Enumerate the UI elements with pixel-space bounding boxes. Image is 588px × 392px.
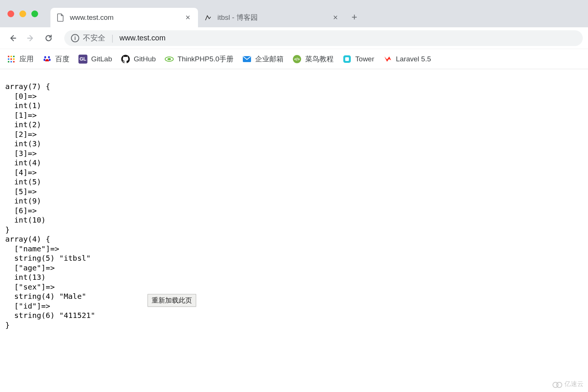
- thinkphp-icon: [165, 55, 174, 64]
- watermark-icon: [553, 380, 562, 388]
- bookmark-mail[interactable]: 企业邮箱: [242, 54, 284, 64]
- file-icon: [56, 13, 65, 22]
- baidu-icon: [43, 55, 52, 64]
- bookmark-gitlab[interactable]: GL GitLab: [78, 55, 112, 64]
- bookmark-label: GitLab: [91, 55, 112, 63]
- svg-rect-7: [13, 58, 15, 60]
- bookmarks-bar: 应用 百度 GL GitLab GitHub ThinkPHP5.0手册 企业邮…: [0, 49, 588, 69]
- bookmark-label: 百度: [55, 54, 69, 64]
- forward-button[interactable]: [23, 31, 38, 46]
- svg-rect-6: [10, 58, 12, 60]
- window-maximize-button[interactable]: [31, 10, 38, 17]
- security-status: 不安全: [83, 33, 105, 43]
- bookmark-label: 菜鸟教程: [305, 54, 334, 64]
- reload-tooltip: 重新加载此页: [148, 294, 196, 307]
- watermark-text: 亿速云: [564, 380, 584, 388]
- info-icon: i: [71, 34, 79, 42]
- titlebar: www.test.com × itbsl - 博客园 × +: [0, 0, 588, 27]
- bookmark-runoob[interactable]: </> 菜鸟教程: [293, 54, 334, 64]
- laravel-icon: [383, 55, 392, 64]
- bookmark-label: ThinkPHP5.0手册: [177, 54, 233, 64]
- svg-rect-3: [10, 56, 12, 57]
- separator: |: [109, 33, 116, 43]
- address-bar[interactable]: i 不安全 | www.test.com: [64, 30, 583, 46]
- bookmark-laravel[interactable]: Laravel 5.5: [383, 55, 431, 64]
- svg-point-16: [167, 58, 171, 60]
- window-minimize-button[interactable]: [19, 10, 26, 17]
- tab-active[interactable]: www.test.com ×: [50, 8, 198, 27]
- bookmark-label: 企业邮箱: [255, 54, 284, 64]
- mail-icon: [242, 55, 251, 64]
- new-tab-button[interactable]: +: [346, 11, 363, 23]
- svg-text:</>: </>: [294, 57, 300, 61]
- watermark: 亿速云: [553, 380, 584, 388]
- bookmark-label: GitHub: [134, 55, 156, 63]
- svg-point-12: [48, 56, 50, 58]
- svg-rect-2: [8, 56, 9, 57]
- window-controls: [7, 10, 38, 17]
- tab-close-button[interactable]: ×: [184, 13, 192, 22]
- bookmark-tower[interactable]: Tower: [343, 55, 374, 64]
- toolbar: i 不安全 | www.test.com: [0, 27, 588, 49]
- runoob-icon: </>: [293, 55, 301, 64]
- apps-icon: [7, 55, 16, 64]
- svg-point-11: [44, 56, 46, 58]
- tab-title: www.test.com: [70, 13, 179, 22]
- svg-point-13: [44, 59, 46, 61]
- tab-inactive[interactable]: itbsl - 博客园 ×: [198, 8, 346, 27]
- bookmark-github[interactable]: GitHub: [121, 55, 156, 64]
- bookmark-label: 应用: [19, 54, 34, 64]
- bookmark-label: Tower: [355, 55, 374, 63]
- back-button[interactable]: [5, 31, 20, 46]
- svg-rect-4: [13, 56, 15, 57]
- svg-rect-8: [8, 61, 9, 62]
- tab-close-button[interactable]: ×: [331, 13, 340, 22]
- svg-rect-10: [13, 61, 15, 62]
- svg-rect-5: [8, 58, 9, 60]
- window-close-button[interactable]: [7, 10, 14, 17]
- page-content: array(7) { [0]=> int(1) [1]=> int(2) [2]…: [0, 77, 588, 335]
- svg-rect-9: [10, 61, 12, 62]
- gitlab-icon: GL: [78, 55, 87, 64]
- bookmark-thinkphp[interactable]: ThinkPHP5.0手册: [165, 54, 233, 64]
- bookmark-baidu[interactable]: 百度: [43, 54, 69, 64]
- tower-icon: [343, 55, 352, 64]
- svg-rect-21: [345, 57, 349, 61]
- github-icon: [121, 55, 130, 64]
- bookmark-label: Laravel 5.5: [396, 55, 431, 63]
- svg-point-14: [49, 59, 51, 61]
- bookmark-apps[interactable]: 应用: [7, 54, 34, 64]
- tab-strip: www.test.com × itbsl - 博客园 × +: [50, 0, 363, 27]
- cnblogs-icon: [204, 13, 212, 22]
- tab-title: itbsl - 博客园: [217, 13, 326, 22]
- url-text: www.test.com: [120, 34, 165, 42]
- reload-button[interactable]: [41, 31, 56, 46]
